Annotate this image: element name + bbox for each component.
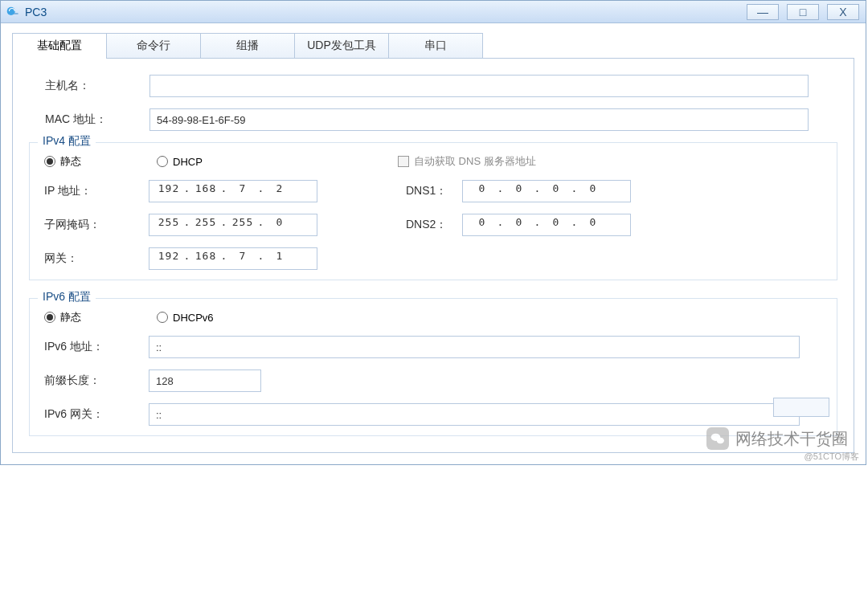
close-button[interactable]: X (827, 4, 859, 20)
ipv4-radio-dhcp[interactable] (157, 156, 168, 167)
content-area: 基础配置 命令行 组播 UDP发包工具 串口 主机名： MAC 地址： IPv4… (1, 23, 866, 464)
ipv4-radio-dhcp-label: DHCP (173, 156, 203, 168)
ipv6-prefix-label: 前缀长度： (44, 374, 149, 388)
ip-label: IP 地址： (44, 184, 149, 198)
ip-input[interactable]: 192.168.7.2 (149, 180, 317, 202)
row-mac: MAC 地址： (29, 108, 837, 131)
mask-input[interactable]: 255.255.255.0 (149, 214, 317, 236)
tab-cli[interactable]: 命令行 (106, 33, 201, 58)
dns1-label: DNS1： (406, 184, 462, 198)
tab-serial[interactable]: 串口 (388, 33, 483, 58)
ipv6-addr-label: IPv6 地址： (44, 340, 149, 354)
ipv4-right-col: DNS1： 0.0.0.0 DNS2： 0.0.0.0 (406, 180, 631, 270)
ipv4-radio-dhcp-row: DHCP (157, 156, 398, 168)
auto-dns-row: 自动获取 DNS 服务器地址 (398, 154, 536, 169)
gateway-input[interactable]: 192.168.7.1 (149, 247, 317, 270)
hostname-label: 主机名： (45, 79, 149, 93)
ipv4-two-col: IP 地址： 192.168.7.2 子网掩码： 255.255.255.0 (44, 180, 822, 270)
ipv4-radio-static-label: 静态 (60, 154, 81, 169)
ipv6-prefix-input[interactable] (149, 369, 261, 392)
dns2-input[interactable]: 0.0.0.0 (462, 214, 631, 236)
minimize-button[interactable]: — (747, 4, 779, 20)
mask-label: 子网掩码： (44, 218, 149, 232)
mac-label: MAC 地址： (45, 112, 149, 127)
dns1-input[interactable]: 0.0.0.0 (462, 180, 631, 202)
tabs-header: 基础配置 命令行 组播 UDP发包工具 串口 (12, 33, 854, 58)
ipv6-radio-static-row: 静态 (44, 310, 157, 325)
titlebar: PC3 — □ X (1, 1, 866, 23)
ipv6-gw-label: IPv6 网关： (44, 407, 149, 422)
ipv6-group: IPv6 配置 静态 DHCPv6 IPv6 地址： 前 (29, 298, 837, 436)
window-controls: — □ X (747, 4, 862, 20)
ipv4-radio-static-row: 静态 (44, 154, 157, 169)
ipv6-gw-input[interactable] (149, 403, 800, 426)
ipv6-group-title: IPv6 配置 (38, 290, 96, 304)
ipv6-addr-input[interactable] (149, 336, 800, 358)
gateway-label: 网关： (44, 251, 149, 266)
tab-udp[interactable]: UDP发包工具 (294, 33, 389, 58)
row-hostname: 主机名： (29, 75, 837, 97)
auto-dns-checkbox[interactable] (398, 156, 409, 167)
tab-basic[interactable]: 基础配置 (12, 33, 107, 58)
ipv4-radio-static[interactable] (44, 156, 55, 167)
ipv6-radio-static[interactable] (44, 312, 55, 323)
window-title: PC3 (25, 6, 747, 18)
ipv6-radio-dhcp-row: DHCPv6 (157, 312, 214, 324)
ipv6-radio-dhcp[interactable] (157, 312, 168, 323)
dns2-label: DNS2： (406, 218, 462, 232)
maximize-button[interactable]: □ (787, 4, 819, 20)
auto-dns-label: 自动获取 DNS 服务器地址 (414, 154, 536, 169)
app-icon (6, 5, 20, 19)
ipv4-group: IPv4 配置 静态 DHCP 自动获取 DNS 服务器地址 (29, 142, 837, 280)
svg-rect-1 (14, 13, 18, 14)
ipv4-left-col: IP 地址： 192.168.7.2 子网掩码： 255.255.255.0 (44, 180, 317, 270)
mac-input[interactable] (149, 108, 809, 131)
ipv6-radio-static-label: 静态 (60, 310, 81, 325)
app-window: PC3 — □ X 基础配置 命令行 组播 UDP发包工具 串口 主机名： MA… (0, 0, 866, 465)
tab-body: 主机名： MAC 地址： IPv4 配置 静态 DHCP (12, 58, 854, 453)
hostname-input[interactable] (149, 75, 809, 97)
ipv6-radio-dhcp-label: DHCPv6 (173, 312, 214, 324)
apply-button[interactable] (773, 398, 829, 417)
tab-multicast[interactable]: 组播 (200, 33, 295, 58)
ipv4-group-title: IPv4 配置 (38, 134, 96, 149)
